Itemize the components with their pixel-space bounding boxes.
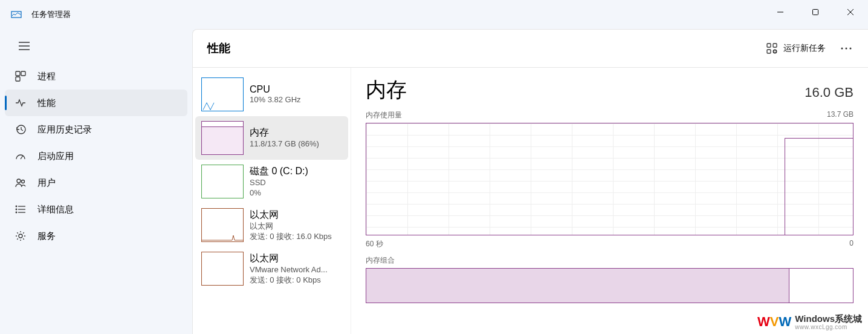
x-axis-end: 0 <box>849 239 853 249</box>
watermark-logo: WVW <box>757 314 791 330</box>
perf-item-ethernet-2[interactable]: 以太网 VMware Network Ad... 发送: 0 接收: 0 Kbp… <box>195 247 348 290</box>
sidebar-item-details[interactable]: 详细信息 <box>5 196 187 223</box>
svg-point-17 <box>16 206 17 207</box>
perf-item-name: 内存 <box>250 126 319 139</box>
detail-title: 内存 <box>366 76 407 104</box>
history-icon <box>15 123 27 136</box>
content-header: 性能 运行新任务 <box>193 30 868 67</box>
memory-composition-chart <box>366 268 853 303</box>
svg-rect-8 <box>16 71 20 76</box>
detail-total-memory: 16.0 GB <box>805 85 853 100</box>
perf-item-name: CPU <box>250 84 301 95</box>
svg-point-29 <box>850 48 852 50</box>
more-button[interactable] <box>833 47 860 50</box>
disk-sparkline <box>201 165 244 198</box>
sidebar-item-label: 服务 <box>37 231 56 242</box>
gear-icon <box>15 230 27 242</box>
users-icon <box>15 177 27 189</box>
perf-item-sub: VMware Network Ad... <box>250 265 328 275</box>
perf-detail-panel: 内存 16.0 GB 内存使用量 13.7 GB 60 秒 0 内存组合 <box>351 68 868 334</box>
perf-item-memory[interactable]: 内存 11.8/13.7 GB (86%) <box>195 116 348 160</box>
sidebar-item-label: 启动应用 <box>37 151 74 162</box>
perf-item-sub: 10% 3.82 GHz <box>250 95 301 105</box>
svg-point-27 <box>841 48 843 50</box>
perf-category-list: ╱╲╱ CPU 10% 3.82 GHz 内存 11.8/13.7 GB (86… <box>193 68 351 334</box>
composition-label: 内存组合 <box>366 255 853 266</box>
ethernet-sparkline <box>201 208 244 242</box>
perf-item-disk[interactable]: 磁盘 0 (C: D:) SSD 0% <box>195 160 348 203</box>
perf-item-sub: 11.8/13.7 GB (86%) <box>250 139 319 149</box>
memory-sparkline <box>201 121 244 155</box>
more-icon <box>841 47 852 50</box>
perf-item-sub: SSD <box>250 178 308 188</box>
svg-point-12 <box>17 179 21 183</box>
run-task-label: 运行新任务 <box>783 43 826 54</box>
svg-point-20 <box>19 234 22 238</box>
sidebar-item-label: 应用历史记录 <box>37 124 92 136</box>
usage-max: 13.7 GB <box>827 110 853 120</box>
svg-point-13 <box>22 180 25 183</box>
sidebar-item-performance[interactable]: 性能 <box>5 90 187 116</box>
ethernet-sparkline <box>201 252 244 286</box>
svg-point-19 <box>16 212 17 213</box>
svg-rect-22 <box>773 44 777 47</box>
sidebar-item-label: 用户 <box>37 177 56 189</box>
sidebar-item-startup[interactable]: 启动应用 <box>5 143 187 169</box>
grid-icon <box>15 70 27 82</box>
usage-label: 内存使用量 <box>366 110 402 120</box>
run-new-task-button[interactable]: 运行新任务 <box>759 38 833 59</box>
window-controls <box>763 0 868 24</box>
perf-item-ethernet-1[interactable]: 以太网 以太网 发送: 0 接收: 16.0 Kbps <box>195 203 348 247</box>
perf-item-name: 以太网 <box>250 209 332 221</box>
sidebar-item-history[interactable]: 应用历史记录 <box>5 116 187 143</box>
svg-point-18 <box>16 209 17 210</box>
close-button[interactable] <box>833 0 868 24</box>
sidebar-item-label: 详细信息 <box>37 204 74 215</box>
svg-rect-21 <box>767 44 771 47</box>
svg-rect-2 <box>813 10 818 15</box>
sidebar-item-label: 性能 <box>37 97 56 109</box>
sidebar-item-processes[interactable]: 进程 <box>5 63 187 90</box>
sidebar-item-users[interactable]: 用户 <box>5 169 187 196</box>
memory-usage-chart <box>366 123 853 235</box>
app-icon <box>11 9 22 20</box>
svg-point-28 <box>846 48 847 50</box>
perf-item-sub: 以太网 <box>250 221 332 232</box>
watermark-url: www.wxcLgg.com <box>795 324 862 330</box>
run-task-icon <box>766 43 777 54</box>
content-area: 性能 运行新任务 ╱╲╱ CPU 10% 3.82 GHz <box>192 29 868 334</box>
perf-item-sub2: 发送: 0 接收: 0 Kbps <box>250 275 328 286</box>
hamburger-button[interactable] <box>10 34 39 58</box>
list-icon <box>15 203 27 215</box>
activity-icon <box>15 97 27 109</box>
perf-item-cpu[interactable]: ╱╲╱ CPU 10% 3.82 GHz <box>195 73 348 116</box>
perf-item-name: 磁盘 0 (C: D:) <box>250 165 308 178</box>
titlebar: 任务管理器 <box>0 0 868 29</box>
x-axis-start: 60 秒 <box>366 239 383 249</box>
window-title: 任务管理器 <box>31 9 71 20</box>
maximize-button[interactable] <box>798 0 833 24</box>
cpu-sparkline: ╱╲╱ <box>201 77 244 111</box>
sidebar-item-services[interactable]: 服务 <box>5 223 187 249</box>
perf-item-sub2: 0% <box>250 188 308 198</box>
minimize-button[interactable] <box>763 0 798 24</box>
gauge-icon <box>15 150 27 162</box>
sidebar-item-label: 进程 <box>37 71 56 82</box>
perf-item-sub2: 发送: 0 接收: 16.0 Kbps <box>250 232 332 242</box>
svg-rect-10 <box>16 77 20 81</box>
svg-rect-23 <box>767 50 771 53</box>
watermark: WVW Windows系统城 www.wxcLgg.com <box>757 314 862 331</box>
svg-rect-9 <box>21 71 25 76</box>
sidebar: 进程 性能 应用历史记录 启动应用 用户 详细信息 服务 <box>0 29 192 334</box>
watermark-text: Windows系统城 <box>795 314 862 324</box>
perf-item-name: 以太网 <box>250 252 328 265</box>
page-title: 性能 <box>207 41 759 56</box>
